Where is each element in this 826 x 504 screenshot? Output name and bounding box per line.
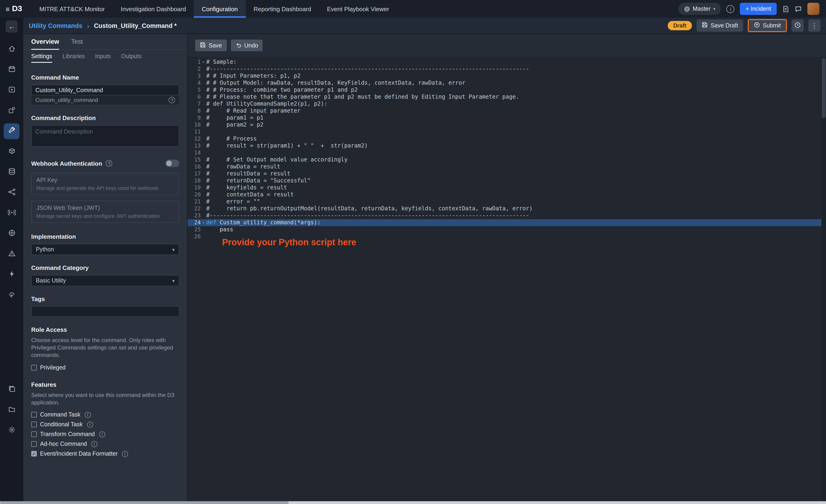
undo-button[interactable]: Undo [231, 40, 263, 51]
page-horizontal-scrollbar[interactable] [0, 501, 826, 504]
rail-item-playbooks[interactable] [4, 82, 19, 98]
rail-item-automation[interactable] [4, 267, 19, 282]
scrollbar-thumb[interactable] [822, 58, 826, 118]
tab-overview[interactable]: Overview [31, 38, 59, 49]
fold-icon[interactable]: ▾ [201, 219, 206, 226]
checkbox[interactable] [31, 412, 37, 418]
rail-item-integrations[interactable] [4, 103, 19, 119]
rail-item-file-manager[interactable] [4, 402, 19, 418]
chat-icon[interactable] [795, 5, 802, 12]
code-line[interactable]: 21# error = "" [188, 198, 826, 205]
info-icon[interactable]: i [99, 431, 105, 437]
rail-item-windows[interactable] [4, 382, 19, 397]
code-line[interactable]: 18# returnData = "Successful" [188, 177, 826, 184]
rail-item-labs[interactable] [4, 246, 19, 262]
code-line[interactable]: 1▾# Sample: [188, 59, 826, 66]
code-line[interactable]: 7# def UtilityCommandSample2(p1, p2): [188, 101, 826, 108]
code-line[interactable]: 12# # Process [188, 135, 826, 142]
new-incident-button[interactable]: + Incident [740, 3, 777, 15]
code-line[interactable]: 13# result = str(param1) + " " + str(par… [188, 142, 826, 149]
code-line[interactable]: 22# return pb.returnOutputModel(resultDa… [188, 205, 826, 212]
checkbox[interactable] [31, 432, 37, 437]
info-icon[interactable]: i [84, 412, 91, 418]
command-description-input[interactable] [31, 125, 179, 146]
code-line[interactable]: 15# # Set Output model value accordingly [188, 156, 826, 163]
rail-item-database[interactable] [4, 164, 19, 180]
rail-item-global-lists[interactable] [4, 226, 19, 242]
more-menu-button[interactable]: ⋮ [808, 19, 820, 32]
nav-item-investigation-dashboard[interactable]: Investigation Dashboard [113, 0, 194, 18]
code-line[interactable]: 16# rawData = result [188, 163, 826, 170]
history-button[interactable] [791, 19, 804, 32]
code-line[interactable]: 3# # Input Parameters: p1, p2 [188, 73, 826, 79]
scrollbar-thumb[interactable] [0, 501, 289, 504]
rail-item-utility-commands[interactable] [4, 123, 19, 139]
help-icon[interactable]: ? [169, 97, 175, 103]
tab-outputs[interactable]: Outputs [121, 50, 141, 63]
category-select[interactable]: Basic Utility ▾ [31, 275, 179, 286]
code-line[interactable]: 20# contextData = result [188, 191, 826, 198]
checkbox[interactable]: ✓ [31, 451, 37, 457]
feature-conditional-task[interactable]: Conditional Taski [31, 420, 179, 430]
tab-inputs[interactable]: Inputs [95, 50, 111, 63]
d3-logo[interactable]: ≡ D3 [6, 0, 22, 18]
nav-item-reporting-dashboard[interactable]: Reporting Dashboard [246, 0, 319, 18]
tab-test[interactable]: Test [71, 38, 83, 49]
jwt-card[interactable]: JSON Web Token (JWT) Manage secret keys … [31, 201, 179, 223]
code-line[interactable]: 24▾def Custom_utility_command(*args): [188, 219, 826, 226]
rail-item-packages[interactable] [4, 144, 19, 160]
rail-item-fingerprint[interactable] [4, 287, 19, 303]
tags-input[interactable] [31, 306, 179, 317]
code-editor[interactable]: 1▾# Sample:2#---------------------------… [188, 57, 826, 501]
code-line[interactable]: 6# # Please note that the parameter p1 a… [188, 93, 826, 101]
rail-item-calendar[interactable] [4, 62, 19, 78]
save-button[interactable]: Save [195, 40, 227, 51]
tab-settings[interactable]: Settings [31, 50, 52, 63]
implementation-select[interactable]: Python ▾ [31, 244, 179, 255]
rail-item-connections[interactable] [4, 185, 19, 201]
code-line[interactable]: 2#--------------------------------------… [188, 66, 826, 73]
report-icon[interactable] [782, 5, 789, 12]
submit-button[interactable]: Submit [748, 19, 787, 32]
code-line[interactable]: 5# # Process: combine two parameter p1 a… [188, 86, 826, 93]
api-key-card[interactable]: API Key Manage and generate the API keys… [31, 173, 179, 195]
code-line[interactable]: 23#-------------------------------------… [188, 212, 826, 219]
command-name-input[interactable] [31, 85, 179, 96]
privileged-checkbox-row[interactable]: Privileged [31, 364, 179, 371]
info-icon[interactable]: i [122, 451, 128, 457]
webhook-toggle[interactable] [165, 160, 179, 167]
code-line[interactable]: 9# param1 = p1 [188, 115, 826, 121]
save-draft-button[interactable]: Save Draft [697, 19, 743, 32]
info-icon[interactable]: i [91, 441, 97, 447]
feature-transform-command[interactable]: Transform Commandi [31, 430, 179, 439]
breadcrumb-parent[interactable]: Utility Commands [29, 22, 82, 29]
site-selector[interactable]: Master ▾ [678, 3, 721, 15]
feature-ad-hoc-command[interactable]: Ad-hoc Commandi [31, 439, 179, 449]
tab-libraries[interactable]: Libraries [62, 50, 85, 63]
rail-item-data-ingestion[interactable] [4, 205, 19, 221]
info-icon[interactable]: i [726, 5, 734, 13]
info-icon[interactable]: i [87, 422, 93, 428]
checkbox[interactable] [31, 422, 37, 428]
editor-scrollbar[interactable] [821, 57, 826, 501]
checkbox[interactable] [31, 365, 37, 370]
fold-icon[interactable]: ▾ [201, 59, 206, 66]
code-line[interactable]: 19# keyfields = result [188, 184, 826, 191]
code-line[interactable]: 11 [188, 128, 826, 135]
rail-item-home[interactable] [4, 42, 19, 57]
back-button[interactable]: ← [6, 20, 18, 33]
feature-event-incident-data-formatter[interactable]: ✓Event/Incident Data Formatteri [31, 449, 179, 459]
rail-item-settings[interactable] [4, 423, 19, 438]
code-line[interactable]: 25 pass [188, 226, 826, 233]
code-line[interactable]: 14 [188, 149, 826, 156]
nav-item-mitre-att-ck-monitor[interactable]: MITRE ATT&CK Monitor [32, 0, 113, 18]
checkbox[interactable] [31, 441, 37, 447]
code-line[interactable]: 10# param2 = p2 [188, 121, 826, 128]
nav-item-event-playbook-viewer[interactable]: Event Playbook Viewer [319, 0, 397, 18]
help-icon[interactable]: ? [106, 160, 112, 167]
feature-command-task[interactable]: Command Taski [31, 410, 179, 420]
code-line[interactable]: 17# resultData = result [188, 170, 826, 177]
code-line[interactable]: 8# # Read input parameter [188, 108, 826, 115]
code-line[interactable]: 4# # Output Model: rawData, resultData, … [188, 79, 826, 86]
nav-item-configuration[interactable]: Configuration [194, 0, 246, 18]
